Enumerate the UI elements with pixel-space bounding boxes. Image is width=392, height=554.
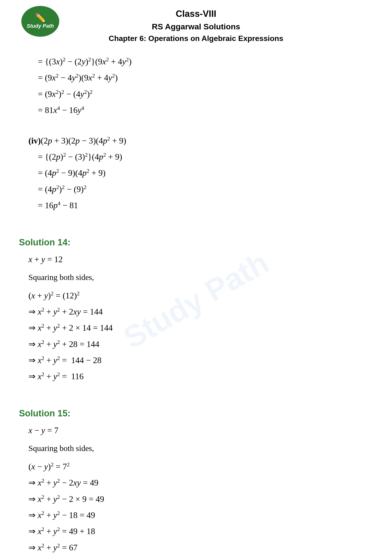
block2-line2: = (4p2 − 9)(4p2 + 9) (19, 165, 373, 181)
sol15-step5: ⇒ x2 + y2 = 49 + 18 (19, 523, 373, 539)
logo-oval: ✏️ Study Path (21, 6, 59, 37)
page-container: ✏️ Study Path Class-VIII RS Aggarwal Sol… (0, 0, 392, 554)
block2: (iv)(2p + 3)(2p − 3)(4p2 + 9) = {(2p)2 −… (19, 133, 373, 214)
spacer5 (19, 385, 373, 392)
sol15-step2: ⇒ x2 + y2 − 2xy = 49 (19, 475, 373, 491)
sol15-step3: ⇒ x2 + y2 − 2 × 9 = 49 (19, 491, 373, 507)
block2-line4: = 16p4 − 81 (19, 197, 373, 213)
page-header: ✏️ Study Path Class-VIII RS Aggarwal Sol… (19, 0, 373, 49)
solution15-heading: Solution 15: (19, 408, 373, 419)
sol15-squaring-text: Squaring both sides, (19, 441, 373, 456)
block1-line3: = (9x2)2 − (4y2)2 (19, 86, 373, 102)
main-content: = {(3x)2 − (2y)2}(9x2 + 4y2) = (9x2 − 4y… (19, 49, 373, 554)
sol15-given: x − y = 7 (19, 422, 373, 438)
block2-line3: = (4p2)2 − (9)2 (19, 181, 373, 197)
sol14-given: x + y = 12 (19, 251, 373, 267)
sol15-step1: (x − y)2 = 72 (19, 458, 373, 475)
solution14-block: Solution 14: x + y = 12 Squaring both si… (19, 237, 373, 385)
sol14-step5: ⇒ x2 + y2 = 144 − 28 (19, 352, 373, 368)
sol14-step4: ⇒ x2 + y2 + 28 = 144 (19, 336, 373, 352)
solution15-block: Solution 15: x − y = 7 Squaring both sid… (19, 408, 373, 554)
spacer4 (19, 221, 373, 228)
sol14-step2: ⇒ x2 + y2 + 2xy = 144 (19, 304, 373, 320)
spacer1 (19, 118, 373, 125)
spacer6 (19, 392, 373, 399)
sol14-squaring-text: Squaring both sides, (19, 270, 373, 285)
block2-header: (iv)(2p + 3)(2p − 3)(4p2 + 9) (19, 133, 373, 149)
sol15-step6: ⇒ x2 + y2 = 67 (19, 540, 373, 554)
rs-label: RS Aggarwal Solutions (19, 21, 373, 33)
spacer2 (19, 125, 373, 133)
sol14-step1: (x + y)2 = (12)2 (19, 288, 373, 304)
sol15-step4: ⇒ x2 + y2 − 18 = 49 (19, 507, 373, 523)
block1-line2: = (9x2 − 4y2)(9x2 + 4y2) (19, 70, 373, 86)
pen-icon: ✏️ (35, 14, 46, 22)
logo-container: ✏️ Study Path (19, 5, 62, 38)
solution14-heading: Solution 14: (19, 237, 373, 248)
class-label: Class-VIII (19, 7, 373, 21)
chapter-label: Chapter 6: Operations on Algebraic Expre… (19, 33, 373, 44)
sol14-step6: ⇒ x2 + y2 = 116 (19, 368, 373, 384)
logo-text: Study Path (27, 23, 54, 29)
block1: = {(3x)2 − (2y)2}(9x2 + 4y2) = (9x2 − 4y… (19, 54, 373, 118)
sol14-step3: ⇒ x2 + y2 + 2 × 14 = 144 (19, 320, 373, 336)
block1-line4: = 81x4 − 16y4 (19, 102, 373, 118)
block1-line1: = {(3x)2 − (2y)2}(9x2 + 4y2) (19, 54, 373, 70)
block2-line1: = {(2p)2 − (3)2}(4p2 + 9) (19, 149, 373, 165)
spacer3 (19, 214, 373, 221)
